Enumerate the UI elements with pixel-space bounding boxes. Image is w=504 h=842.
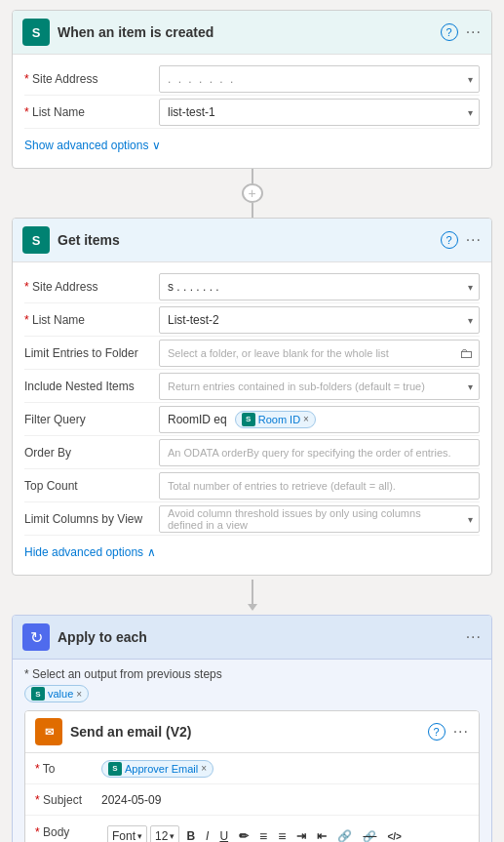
chevron-down-icon: ▾ (137, 831, 142, 841)
pencil-button[interactable]: ✏ (235, 825, 252, 842)
chevron-down-icon: ▾ (170, 831, 174, 841)
arrow-head (248, 604, 257, 611)
bold-button[interactable]: B (182, 825, 199, 842)
token-icon: S (242, 413, 255, 426)
gi-limit-columns-value: Avoid column threshold issues by only us… (159, 505, 480, 533)
to-value: S Approver Email × (101, 760, 469, 778)
hide-advanced-options-button[interactable]: Hide advanced options ∧ (24, 540, 156, 563)
body-toolbar: Font ▾ 12 ▾ B I U ✏ ≡ ≡ (101, 822, 469, 842)
gi-limit-columns-dropdown[interactable]: Avoid column threshold issues by only us… (159, 505, 480, 533)
chevron-down-icon: ▾ (468, 314, 473, 325)
body-editor: Font ▾ 12 ▾ B I U ✏ ≡ ≡ (101, 822, 469, 842)
gi-list-name-value: List-test-2 ▾ (159, 306, 480, 334)
html-button[interactable]: </> (383, 825, 405, 842)
connector-2 (248, 576, 257, 615)
trigger-card: S When an item is created ? ··· * Site A… (12, 10, 492, 169)
gi-limit-entries-field[interactable]: Select a folder, or leave blank for the … (159, 340, 480, 367)
font-size-selector[interactable]: 12 ▾ (150, 825, 179, 842)
gi-order-by-row: Order By An ODATA orderBy query for spec… (24, 436, 480, 469)
chevron-down-icon: ▾ (468, 106, 473, 117)
show-advanced-options-button[interactable]: Show advanced options ∨ (24, 133, 161, 156)
trigger-dots-button[interactable]: ··· (466, 23, 482, 41)
get-items-header: S Get items ? ··· (13, 219, 491, 262)
gi-filter-query-field[interactable]: RoomID eq S Room ID × (159, 406, 480, 433)
chevron-up-icon: ∧ (147, 545, 156, 559)
chevron-down-icon: ▾ (468, 281, 473, 292)
send-email-help-icon[interactable]: ? (428, 723, 446, 741)
send-email-title: Send an email (V2) (70, 724, 420, 740)
trigger-title: When an item is created (58, 24, 433, 40)
hide-options-row: Hide advanced options ∧ (24, 536, 480, 567)
apply-each-card: ↻ Apply to each ··· * Select an output f… (12, 615, 492, 842)
trigger-actions: ? ··· (441, 23, 482, 41)
gi-limit-columns-label: Limit Columns by View (24, 512, 151, 526)
indent-button[interactable]: ⇥ (292, 825, 310, 842)
trigger-icon: S (22, 19, 50, 46)
gi-order-by-label: Order By (24, 446, 151, 460)
apply-each-header: ↻ Apply to each ··· (13, 616, 491, 660)
list-name-dropdown[interactable]: list-test-1 ▾ (159, 99, 480, 126)
get-items-dots-button[interactable]: ··· (466, 231, 482, 249)
to-row: * To S Approver Email × (25, 753, 479, 784)
approver-email-token: S Approver Email × (101, 760, 213, 778)
gi-site-address-value: s . . . . . . . ▾ (159, 273, 480, 301)
gi-site-address-dropdown[interactable]: s . . . . . . . ▾ (159, 273, 480, 301)
get-items-icon: S (22, 226, 50, 254)
link-button[interactable]: 🔗 (333, 825, 356, 842)
apply-token-row: S value × (24, 685, 480, 702)
gi-nested-items-value: Return entries contained in sub-folders … (159, 373, 480, 400)
gi-order-by-field[interactable]: An ODATA orderBy query for specifying th… (159, 439, 480, 466)
gi-filter-query-row: Filter Query RoomID eq S Room ID × (24, 403, 480, 436)
gi-site-address-label: * Site Address (24, 280, 151, 294)
subject-value: 2024-05-09 (101, 793, 469, 807)
gi-top-count-field[interactable]: Total number of entries to retrieve (def… (159, 472, 480, 500)
connector-line (252, 169, 253, 183)
outdent-button[interactable]: ⇤ (313, 825, 330, 842)
chevron-down-icon: ∨ (152, 139, 161, 152)
subject-label: * Subject (35, 793, 94, 807)
connector-1: + (242, 169, 263, 218)
trigger-help-icon[interactable]: ? (441, 23, 458, 41)
site-address-value: . . . . . . . ▾ (159, 65, 480, 93)
connector-line (252, 203, 253, 218)
token-close-icon[interactable]: × (201, 763, 207, 774)
apply-each-icon: ↻ (22, 623, 50, 651)
underline-button[interactable]: U (215, 825, 232, 842)
send-email-icon: ✉ (35, 718, 62, 745)
token-close-icon[interactable]: × (303, 414, 309, 424)
get-items-body: * Site Address s . . . . . . . ▾ * List … (13, 262, 491, 575)
gi-list-name-dropdown[interactable]: List-test-2 ▾ (159, 306, 480, 334)
unlink-button[interactable]: 🔗 (359, 825, 380, 842)
gi-site-address-row: * Site Address s . . . . . . . ▾ (24, 270, 480, 303)
gi-limit-entries-label: Limit Entries to Folder (24, 346, 151, 360)
send-email-dots-button[interactable]: ··· (453, 723, 469, 741)
gi-list-name-label: * List Name (24, 313, 151, 327)
gi-filter-query-value: RoomID eq S Room ID × (159, 406, 480, 433)
ordered-list-button[interactable]: ≡ (255, 825, 271, 842)
site-address-row: * Site Address . . . . . . . ▾ (24, 62, 480, 96)
get-items-card: S Get items ? ··· * Site Address s . . .… (12, 218, 492, 576)
add-step-button[interactable]: + (242, 183, 263, 203)
show-options-row: Show advanced options ∨ (24, 129, 480, 160)
select-output-label: * Select an output from previous steps (24, 667, 480, 681)
trigger-header: S When an item is created ? ··· (13, 11, 491, 55)
gi-order-by-value: An ODATA orderBy query for specifying th… (159, 439, 480, 466)
chevron-down-icon: ▾ (468, 381, 473, 391)
font-selector[interactable]: Font ▾ (107, 825, 147, 842)
site-address-dropdown[interactable]: . . . . . . . ▾ (159, 65, 480, 93)
get-items-help-icon[interactable]: ? (441, 231, 458, 249)
apply-each-dots-button[interactable]: ··· (466, 628, 482, 646)
chevron-down-icon: ▾ (468, 73, 473, 84)
trigger-body: * Site Address . . . . . . . ▾ * List Na… (13, 55, 491, 168)
gi-filter-query-label: Filter Query (24, 413, 151, 426)
token-close-icon[interactable]: × (76, 689, 82, 700)
gi-nested-items-dropdown[interactable]: Return entries contained in sub-folders … (159, 373, 480, 400)
get-items-title: Get items (58, 232, 433, 248)
unordered-list-button[interactable]: ≡ (274, 825, 290, 842)
gi-nested-items-row: Include Nested Items Return entries cont… (24, 370, 480, 403)
italic-button[interactable]: I (202, 825, 213, 842)
filter-token: S Room ID × (235, 411, 316, 428)
chevron-down-icon: ▾ (468, 513, 473, 524)
token-icon: S (31, 687, 45, 701)
to-label: * To (35, 762, 94, 776)
